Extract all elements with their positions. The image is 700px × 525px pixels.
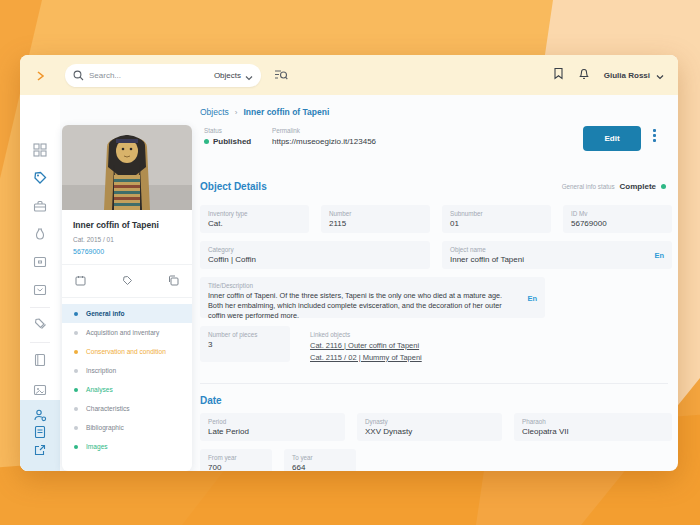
field-subnumber[interactable]: Subnumber 01 [442, 205, 551, 233]
kebab-menu-icon[interactable] [653, 129, 656, 142]
menu-item-inscription[interactable]: Inscription [62, 361, 192, 380]
menu-item-bibliographic[interactable]: Bibliographic [62, 418, 192, 437]
menu-item-conservation[interactable]: Conservation and condition [62, 342, 192, 361]
field-pharaoh[interactable]: Pharaoh Cleopatra VII [514, 413, 672, 441]
advanced-search-icon[interactable] [274, 67, 288, 85]
date-heading: Date [200, 395, 222, 406]
object-photo[interactable] [62, 125, 192, 210]
user-menu[interactable]: Giulia Rossi [604, 71, 650, 80]
document-icon[interactable] [33, 425, 47, 439]
general-info-status[interactable]: General info status Complete [562, 182, 666, 191]
desktop-background: Search... Objects Giulia Rossi [0, 0, 700, 525]
breadcrumb-objects[interactable]: Objects [200, 107, 229, 117]
field-description[interactable]: Title/Description Inner coffin of Tapeni… [200, 277, 545, 318]
tags-icon[interactable] [33, 317, 47, 331]
bell-icon[interactable] [578, 66, 590, 84]
external-link-icon[interactable] [33, 443, 47, 457]
object-sections-menu: General info Acquisition and inventary C… [62, 304, 192, 456]
breadcrumb-separator: › [235, 108, 238, 117]
language-badge[interactable]: En [654, 251, 664, 260]
menu-item-analyses[interactable]: Analyses [62, 380, 192, 399]
menu-item-acquisition[interactable]: Acquisition and inventary [62, 323, 192, 342]
dashboard-icon[interactable] [33, 143, 47, 157]
language-badge[interactable]: En [527, 293, 537, 302]
complete-dot [661, 184, 666, 189]
object-summary-card: Inner coffin of Tapeni Cat. 2015 / 01 56… [62, 125, 192, 471]
users-settings-icon[interactable] [33, 408, 47, 422]
icon-rail [20, 95, 60, 471]
status-dot [74, 388, 78, 392]
image-icon[interactable] [33, 383, 47, 397]
status-dot [74, 369, 78, 373]
field-inventory-type[interactable]: Inventory type Cat. [200, 205, 309, 233]
museum-vase-icon[interactable] [33, 227, 47, 241]
edit-button[interactable]: Edit [583, 126, 641, 151]
object-details-heading: Object Details [200, 181, 267, 192]
copy-icon[interactable] [168, 272, 179, 290]
status-dot [74, 312, 78, 316]
objects-tag-icon[interactable] [33, 171, 47, 185]
toolbox-icon[interactable] [33, 199, 47, 213]
menu-item-general-info[interactable]: General info [62, 304, 192, 323]
status-dot [74, 445, 78, 449]
object-card-actions [62, 264, 192, 298]
rail-divider [30, 342, 50, 343]
status-dot [74, 407, 78, 411]
permalink-label: Permalink [272, 127, 376, 134]
object-card-id[interactable]: 56769000 [73, 248, 181, 255]
calendar-icon[interactable] [75, 272, 86, 290]
breadcrumb-current: Inner coffin of Tapeni [244, 107, 330, 117]
field-to-year[interactable]: To year 664 [284, 449, 356, 471]
breadcrumb: Objects › Inner coffin of Tapeni [200, 107, 329, 117]
app-window: Search... Objects Giulia Rossi [20, 55, 678, 471]
field-number[interactable]: Number 2115 [321, 205, 430, 233]
linked-object-link[interactable]: Cat. 2115 / 02 | Mummy of Tapeni [310, 353, 537, 362]
gi-status-value: Complete [620, 182, 656, 191]
field-pieces[interactable]: Number of pieces 3 [200, 326, 290, 362]
rail-divider [30, 307, 50, 308]
chevron-down-icon[interactable] [245, 67, 253, 85]
archive-box-icon[interactable] [33, 283, 47, 297]
status-dot [74, 331, 78, 335]
field-from-year[interactable]: From year 700 [200, 449, 272, 471]
rail-bottom-section [20, 400, 60, 471]
field-category[interactable]: Category Coffin | Coffin [200, 241, 430, 269]
status-label: Status [204, 127, 251, 134]
object-card-catalog: Cat. 2015 / 01 [73, 236, 181, 243]
search-input[interactable]: Search... Objects [65, 64, 261, 87]
journal-icon[interactable] [33, 353, 47, 367]
status-dot [74, 350, 78, 354]
status-value: Published [213, 137, 251, 146]
gi-status-label: General info status [562, 183, 615, 190]
tag-icon[interactable] [122, 272, 133, 290]
top-bar: Search... Objects Giulia Rossi [20, 55, 678, 95]
status-dot [74, 426, 78, 430]
permalink-value[interactable]: https://museoegizio.it/123456 [272, 137, 376, 146]
section-divider [200, 383, 668, 384]
menu-item-characteristics[interactable]: Characteristics [62, 399, 192, 418]
object-card-title: Inner coffin of Tapeni [73, 220, 181, 230]
published-dot [204, 139, 209, 144]
menu-item-images[interactable]: Images [62, 437, 192, 456]
field-id-mv[interactable]: ID Mv 56769000 [563, 205, 672, 233]
field-object-name[interactable]: Object name Inner coffin of Tapeni En [442, 241, 672, 269]
search-icon [73, 67, 84, 85]
search-scope-select[interactable]: Objects [214, 71, 241, 80]
search-placeholder: Search... [89, 71, 214, 80]
permalink-block: Permalink https://museoegizio.it/123456 [272, 127, 376, 146]
status-block: Status Published [204, 127, 251, 146]
field-dynasty[interactable]: Dynasty XXV Dynasty [357, 413, 502, 441]
sidebar-expand-icon[interactable] [34, 68, 46, 86]
linked-object-link[interactable]: Cat. 2116 | Outer coffin of Tapeni [310, 341, 537, 350]
field-period[interactable]: Period Late Period [200, 413, 345, 441]
bookmark-icon[interactable] [553, 66, 564, 84]
chevron-down-icon[interactable] [656, 66, 664, 84]
inbox-icon[interactable] [33, 255, 47, 269]
field-linked-objects: Linked objects Cat. 2116 | Outer coffin … [302, 326, 545, 362]
